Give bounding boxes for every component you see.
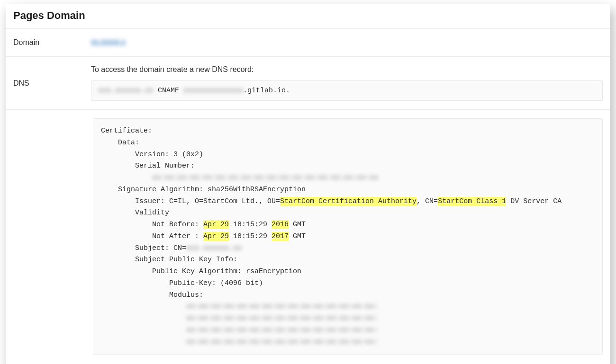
cert-line: Public Key Algorithm: rsaEncryption bbox=[101, 267, 301, 275]
cert-issuer-ou-highlight: StartCom Certification Authority bbox=[280, 197, 417, 206]
cert-line: Subject Public Key Info: bbox=[101, 256, 237, 264]
domain-value-container: xx.xxxxx.x bbox=[91, 29, 610, 54]
cert-line: Data: bbox=[101, 139, 139, 147]
pages-domain-panel: Pages Domain Domain xx.xxxxx.x DNS To ac… bbox=[6, 4, 610, 364]
cert-nb-suffix: GMT bbox=[289, 221, 306, 229]
cert-issuer-prefix: Issuer: C=IL, O=StartCom Ltd., OU= bbox=[101, 197, 280, 205]
cert-modulus-line-blurred: xx:xx:xx:xx:xx:xx:xx:xx:xx:xx:xx:xx:xx:x… bbox=[101, 326, 378, 334]
cert-nb-date-highlight: Apr 29 bbox=[203, 220, 229, 229]
cert-line: Certificate: bbox=[101, 127, 152, 135]
cert-na-year-highlight: 2017 bbox=[272, 232, 289, 241]
dns-target-prefix-blurred: xxxxxxxxxxxxxx bbox=[183, 87, 243, 95]
dns-content: To access the domain create a new DNS re… bbox=[91, 57, 610, 109]
page-title: Pages Domain bbox=[6, 4, 610, 28]
cert-nb-prefix: Not Before: bbox=[101, 221, 203, 229]
cert-modulus-line-blurred: xx:xx:xx:xx:xx:xx:xx:xx:xx:xx:xx:xx:xx:x… bbox=[101, 302, 378, 311]
cert-na-date-highlight: Apr 29 bbox=[203, 232, 229, 241]
dns-intro-text: To access the domain create a new DNS re… bbox=[91, 65, 603, 74]
cert-nb-time: 18:15:29 bbox=[229, 221, 272, 229]
cert-line: Modulus: bbox=[101, 291, 203, 299]
dns-row: DNS To access the domain create a new DN… bbox=[6, 56, 610, 109]
domain-label: Domain bbox=[6, 29, 91, 56]
domain-row: Domain xx.xxxxx.x bbox=[6, 28, 610, 56]
separator bbox=[6, 109, 610, 110]
dns-host-blurred: xxx.xxxxxx.xx bbox=[98, 87, 154, 95]
cert-na-time: 18:15:29 bbox=[229, 232, 272, 240]
cert-line: Validity bbox=[101, 209, 169, 217]
cert-issuer-mid: , CN= bbox=[417, 197, 438, 205]
domain-link[interactable]: xx.xxxxx.x bbox=[91, 37, 126, 45]
cert-line: Public-Key: (4096 bit) bbox=[101, 279, 263, 287]
cert-line: Signature Algorithm: sha256WithRSAEncryp… bbox=[101, 186, 306, 194]
cert-line: Version: 3 (0x2) bbox=[101, 151, 203, 159]
certificate-section: Certificate: Data: Version: 3 (0x2) Seri… bbox=[93, 118, 610, 355]
cert-modulus-line-blurred: xx:xx:xx:xx:xx:xx:xx:xx:xx:xx:xx:xx:xx:x… bbox=[101, 338, 378, 346]
cert-issuer-suffix: DV Server CA bbox=[506, 197, 562, 205]
dns-target-suffix: .gitlab.io. bbox=[243, 87, 290, 95]
cert-na-prefix: Not After : bbox=[101, 232, 203, 240]
dns-record-block: xxx.xxxxxx.xx CNAME xxxxxxxxxxxxxx.gitla… bbox=[91, 80, 603, 101]
cert-subject-blurred: xxx.xxxxxx.xx bbox=[186, 244, 242, 252]
cert-issuer-cn-highlight: StartCom Class 1 bbox=[438, 197, 506, 206]
cert-subject-prefix: Subject: CN= bbox=[101, 244, 186, 252]
dns-label: DNS bbox=[6, 70, 91, 97]
dns-record-type: CNAME bbox=[158, 87, 179, 95]
cert-serial-blurred: xx:xx:xx:xx:xx:xx:xx:xx:xx:xx:xx:xx:xx:x… bbox=[101, 174, 378, 182]
cert-modulus-line-blurred: xx:xx:xx:xx:xx:xx:xx:xx:xx:xx:xx:xx:xx:x… bbox=[101, 314, 378, 322]
cert-line: Serial Number: bbox=[101, 162, 195, 170]
cert-na-suffix: GMT bbox=[289, 232, 306, 240]
cert-nb-year-highlight: 2016 bbox=[272, 220, 289, 229]
certificate-block: Certificate: Data: Version: 3 (0x2) Seri… bbox=[93, 118, 603, 355]
